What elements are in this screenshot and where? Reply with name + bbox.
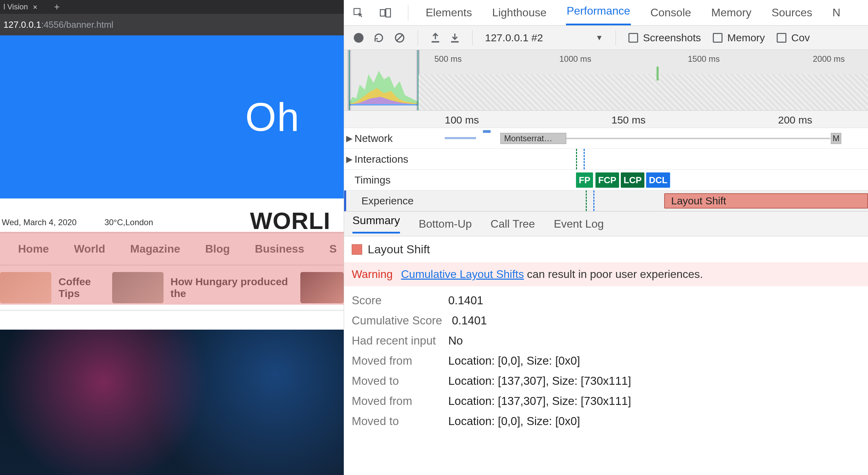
disclosure-icon[interactable]: ▶ — [344, 154, 354, 164]
download-icon[interactable] — [450, 33, 460, 43]
toolbar-checkbox[interactable]: Screenshots — [628, 32, 701, 44]
timing-guide — [586, 190, 587, 211]
toolbar-checkbox[interactable]: Memory — [713, 32, 765, 44]
ruler-tick: 500 ms — [434, 54, 462, 64]
nav-item[interactable]: Home — [18, 243, 49, 255]
summary-value: No — [448, 334, 463, 347]
nav-item[interactable]: Business — [255, 243, 304, 255]
network-request[interactable]: M — [831, 133, 841, 144]
summary-tabbar: SummaryBottom-UpCall TreeEvent Log — [344, 211, 868, 236]
article-strip: Coffee Tips How Hungary produced the — [0, 265, 344, 311]
summary-tab[interactable]: Call Tree — [491, 218, 535, 230]
profile-select-label: 127.0.0.1 #2 — [485, 32, 543, 44]
timing-chip[interactable]: LCP — [621, 172, 644, 188]
net-bar[interactable] — [445, 137, 476, 139]
summary-tab[interactable]: Bottom-Up — [419, 218, 472, 230]
track-network[interactable]: ▶ Network Montserrat… M — [344, 128, 868, 149]
track-experience[interactable]: Experience Layout Shift — [344, 190, 868, 211]
devtools-tab[interactable]: Elements — [425, 6, 473, 25]
summary-key: Moved to — [352, 415, 439, 428]
svg-rect-2 — [386, 9, 390, 17]
svg-rect-1 — [380, 9, 385, 16]
record-button[interactable] — [354, 33, 364, 43]
summary-key: Had recent input — [352, 334, 439, 347]
devtools-tab[interactable]: Performance — [566, 5, 631, 25]
network-request[interactable]: Montserrat… — [500, 133, 566, 144]
close-icon[interactable]: × — [33, 3, 37, 12]
separator — [408, 5, 408, 21]
browser-tab[interactable]: l Vision × — [0, 0, 44, 14]
track-lane — [445, 149, 868, 169]
article-thumb[interactable] — [300, 272, 344, 303]
summary-key: Moved from — [352, 395, 439, 408]
ruler-tick: 200 ms — [778, 114, 812, 126]
address-bar[interactable]: 127.0.0.1:4556/banner.html — [0, 14, 344, 35]
overview-marker — [657, 67, 659, 80]
site-nav: HomeWorldMagazineBlogBusinessS — [0, 232, 344, 265]
warning-link[interactable]: Cumulative Layout Shifts — [401, 268, 524, 280]
summary-title-label: Layout Shift — [368, 243, 430, 256]
layout-shift-event[interactable]: Layout Shift — [664, 193, 868, 209]
checkbox-label: Cov — [791, 32, 810, 44]
svg-rect-6 — [451, 41, 459, 42]
page-header: Wed, March 4, 2020 30°C,London WORLI — [0, 198, 344, 232]
devtools-tab[interactable]: Lighthouse — [491, 6, 547, 25]
devtools-tab[interactable]: Sources — [771, 6, 813, 25]
checkbox-icon — [777, 33, 786, 43]
page-logo: WORLI — [250, 207, 331, 234]
device-toggle-icon[interactable] — [379, 7, 391, 19]
nav-item[interactable]: S — [329, 243, 336, 255]
track-lane: Montserrat… M — [445, 128, 868, 149]
inspect-icon[interactable] — [352, 7, 364, 19]
timing-guide — [593, 190, 594, 211]
clear-button[interactable] — [394, 32, 405, 43]
nav-item[interactable]: World — [74, 243, 105, 255]
checkbox-icon — [713, 33, 723, 43]
summary-row: Moved toLocation: [137,307], Size: [730x… — [352, 374, 860, 388]
track-interactions[interactable]: ▶ Interactions — [344, 149, 868, 170]
summary-key: Moved to — [352, 374, 439, 388]
banner-text: Oh — [245, 94, 300, 140]
article-title[interactable]: Coffee Tips — [58, 276, 105, 300]
svg-line-4 — [397, 35, 402, 41]
url-path: /banner.html — [64, 19, 114, 30]
timing-chip[interactable]: FP — [576, 172, 593, 188]
summary-pane: Layout Shift Warning Cumulative Layout S… — [344, 236, 868, 441]
selection-handle-left[interactable] — [348, 50, 351, 110]
toolbar-checkbox[interactable]: Cov — [777, 32, 810, 44]
nav-item[interactable]: Blog — [205, 243, 230, 255]
ruler-tick: 1000 ms — [559, 54, 591, 64]
article-thumb[interactable] — [112, 272, 164, 303]
profile-select[interactable]: 127.0.0.1 #2 ▼ — [485, 32, 603, 44]
timing-chip[interactable]: DCL — [646, 172, 670, 188]
reload-button[interactable] — [373, 32, 384, 43]
timeline-overview[interactable]: 500 ms1000 ms1500 ms2000 ms — [344, 50, 868, 111]
overview-selection[interactable] — [349, 50, 418, 110]
devtools-tab[interactable]: Memory — [711, 6, 752, 25]
article-title[interactable]: How Hungary produced the — [170, 276, 293, 300]
summary-row: Had recent inputNo — [352, 334, 860, 347]
net-bar[interactable] — [483, 130, 491, 133]
timing-chip[interactable]: FCP — [595, 172, 619, 188]
flame-ruler[interactable]: 100 ms150 ms200 ms — [344, 111, 868, 128]
track-lane: FPFCPLCPDCL — [445, 170, 868, 190]
warning-rest: can result in poor user experiences. — [524, 268, 703, 280]
timing-guide — [576, 149, 577, 169]
ruler-tick: 1500 ms — [688, 54, 720, 64]
article-thumb[interactable] — [0, 272, 51, 303]
performance-toolbar: 127.0.0.1 #2 ▼ ScreenshotsMemoryCov — [344, 26, 868, 50]
svg-rect-5 — [432, 41, 439, 42]
devtools-tab[interactable]: N — [832, 6, 841, 25]
summary-tab[interactable]: Summary — [352, 214, 400, 234]
track-timings[interactable]: Timings FPFCPLCPDCL — [344, 170, 868, 190]
nav-item[interactable]: Magazine — [130, 243, 180, 255]
devtools-tab[interactable]: Console — [650, 6, 692, 25]
disclosure-icon[interactable]: ▶ — [344, 134, 354, 143]
upload-icon[interactable] — [431, 33, 440, 43]
summary-tab[interactable]: Event Log — [554, 218, 604, 230]
page-banner: Oh — [0, 35, 344, 198]
page-weather: 30°C,London — [105, 218, 153, 227]
summary-row: Moved fromLocation: [0,0], Size: [0x0] — [352, 354, 860, 367]
new-tab-button[interactable]: + — [54, 1, 60, 12]
net-tail — [566, 138, 830, 139]
